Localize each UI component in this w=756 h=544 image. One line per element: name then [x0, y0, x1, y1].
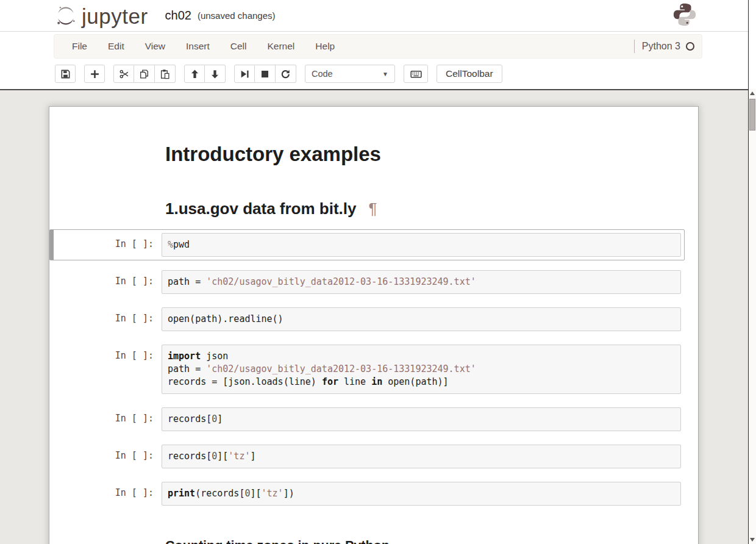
- paste-cells-button[interactable]: [155, 65, 176, 83]
- move-cells-down-icon: [210, 69, 220, 79]
- jupyter-logo-icon: [54, 4, 78, 28]
- page-title: Introductory examples: [165, 143, 691, 166]
- input-prompt: In [ ]:: [53, 233, 162, 257]
- scrollbar-track[interactable]: [749, 89, 756, 544]
- save-icon: [60, 69, 71, 79]
- cell-type-dropdown[interactable]: Code ▼: [305, 65, 395, 83]
- code-cell-4[interactable]: In [ ]:import json path = 'ch02/usagov_b…: [49, 341, 685, 398]
- scrollbar-thumb[interactable]: [749, 99, 755, 131]
- add-cell-button[interactable]: [84, 65, 105, 83]
- menu-bar: FileEditViewInsertCellKernelHelp Python …: [54, 34, 702, 59]
- code-input-area[interactable]: %pwd: [162, 233, 681, 257]
- move-cells-down-button[interactable]: [205, 65, 226, 83]
- title-bar: jupyter ch02 (unsaved changes): [0, 0, 756, 32]
- celltoolbar-button[interactable]: CellToolbar: [437, 65, 502, 83]
- save-status: (unsaved changes): [198, 10, 276, 21]
- toolbar-button-group: [234, 65, 296, 83]
- run-cell-icon: [240, 69, 250, 79]
- code-input-area[interactable]: print(records[0]['tz']): [162, 482, 681, 506]
- scrollbar[interactable]: [748, 0, 756, 544]
- menu-edit[interactable]: Edit: [98, 35, 135, 58]
- menu-help[interactable]: Help: [305, 35, 345, 58]
- code-cell-2[interactable]: In [ ]:path = 'ch02/usagov_bitly_data201…: [49, 267, 685, 298]
- toolbar: Code ▼ CellToolbar: [0, 62, 756, 89]
- code-cell-5[interactable]: In [ ]:records[0]: [49, 404, 685, 435]
- toolbar-button-group: [55, 65, 76, 83]
- move-cells-up-icon: [190, 69, 200, 79]
- jupyter-wordmark: jupyter: [82, 5, 148, 28]
- code-input-area[interactable]: open(path).readline(): [162, 307, 681, 331]
- menu-cell[interactable]: Cell: [220, 35, 257, 58]
- code-cell-7[interactable]: In [ ]:print(records[0]['tz']): [49, 478, 685, 509]
- cut-cells-button[interactable]: [113, 65, 134, 83]
- input-prompt: In [ ]:: [53, 345, 162, 394]
- section-heading: 1.usa.gov data from bit.ly¶: [165, 200, 691, 218]
- markdown-cell-section[interactable]: 1.usa.gov data from bit.ly¶: [49, 168, 698, 221]
- restart-kernel-button[interactable]: [276, 65, 296, 83]
- code-cell-3[interactable]: In [ ]:open(path).readline(): [49, 304, 685, 335]
- scrollbar-up-icon[interactable]: [749, 89, 756, 98]
- menu-bar-items: FileEditViewInsertCellKernelHelp: [62, 35, 345, 58]
- toolbar-button-group: [184, 65, 226, 83]
- subsection-heading: Counting time zones in pure Python: [165, 539, 691, 544]
- notebook-container: Introductory examples 1.usa.gov data fro…: [49, 106, 699, 544]
- toolbar-button-group: [113, 65, 176, 83]
- copy-cells-icon: [139, 69, 149, 79]
- code-input-area[interactable]: path = 'ch02/usagov_bitly_data2012-03-16…: [162, 270, 681, 294]
- menu-view[interactable]: View: [135, 35, 176, 58]
- kernel-indicator-area: Python 3: [634, 40, 694, 53]
- kernel-idle-icon: [686, 42, 694, 51]
- keyboard-icon: [410, 68, 422, 80]
- markdown-cell-subsection[interactable]: Counting time zones in pure Python: [49, 515, 698, 544]
- chevron-down-icon: ▼: [382, 71, 388, 77]
- toolbar-groups: [55, 65, 296, 83]
- anchor-link-icon[interactable]: ¶: [357, 199, 377, 218]
- interrupt-kernel-icon: [260, 69, 270, 79]
- notebook-scroll-area: Introductory examples 1.usa.gov data fro…: [0, 90, 756, 544]
- notebook-header: jupyter ch02 (unsaved changes) FileEditV…: [0, 0, 756, 90]
- add-cell-icon: [90, 69, 100, 79]
- code-cells: In [ ]:%pwdIn [ ]:path = 'ch02/usagov_bi…: [49, 229, 698, 509]
- python-logo-icon: [672, 2, 697, 30]
- notebook-title[interactable]: ch02: [165, 9, 191, 23]
- command-palette-button[interactable]: [404, 65, 428, 83]
- save-button[interactable]: [55, 65, 76, 83]
- interrupt-kernel-button[interactable]: [255, 65, 276, 83]
- code-input-area[interactable]: records[0]['tz']: [162, 445, 681, 468]
- menu-file[interactable]: File: [62, 35, 98, 58]
- code-cell-6[interactable]: In [ ]:records[0]['tz']: [49, 441, 685, 472]
- input-prompt: In [ ]:: [53, 445, 162, 468]
- scrollbar-down-icon[interactable]: [749, 535, 756, 544]
- code-cell-1[interactable]: In [ ]:%pwd: [49, 229, 685, 260]
- input-prompt: In [ ]:: [53, 407, 162, 431]
- input-prompt: In [ ]:: [53, 482, 162, 506]
- cut-cells-icon: [119, 69, 129, 79]
- copy-cells-button[interactable]: [134, 65, 155, 83]
- jupyter-logo[interactable]: jupyter: [54, 4, 148, 28]
- input-prompt: In [ ]:: [53, 270, 162, 294]
- menu-insert[interactable]: Insert: [176, 35, 220, 58]
- kernel-separator: [634, 40, 635, 53]
- code-input-area[interactable]: records[0]: [162, 407, 681, 431]
- restart-kernel-icon: [280, 69, 291, 79]
- code-input-area[interactable]: import json path = 'ch02/usagov_bitly_da…: [162, 345, 681, 394]
- cell-type-value: Code: [312, 69, 333, 79]
- run-cell-button[interactable]: [234, 65, 255, 83]
- toolbar-button-group: [84, 65, 105, 83]
- move-cells-up-button[interactable]: [184, 65, 205, 83]
- menu-kernel[interactable]: Kernel: [257, 35, 305, 58]
- input-prompt: In [ ]:: [53, 307, 162, 331]
- markdown-cell-title[interactable]: Introductory examples: [49, 114, 698, 168]
- paste-cells-icon: [160, 69, 170, 79]
- kernel-name: Python 3: [642, 41, 680, 52]
